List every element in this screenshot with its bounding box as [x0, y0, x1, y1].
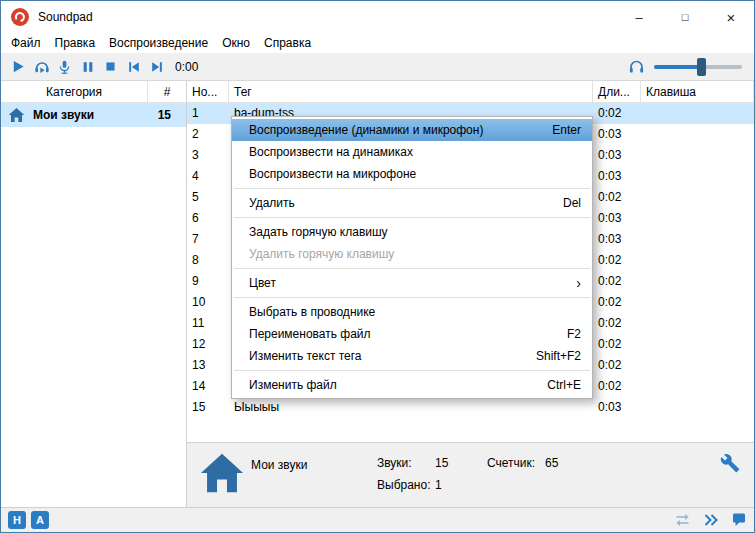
- sounds-value: 15: [435, 456, 487, 470]
- context-menu-item[interactable]: Воспроизведение (динамики и микрофон)Ent…: [232, 119, 592, 141]
- repeat-arrows-icon[interactable]: [674, 512, 691, 529]
- menu-item-label: Воспроизвести на динамиках: [249, 145, 413, 159]
- slider-thumb[interactable]: [697, 58, 706, 76]
- menubar-item[interactable]: Файл: [4, 33, 48, 53]
- selected-value: 1: [435, 478, 487, 492]
- context-menu-item[interactable]: Выбрать в проводнике: [232, 301, 592, 323]
- slider-fill: [654, 65, 700, 69]
- menu-item-shortcut: F2: [537, 327, 581, 341]
- hotkeys-badge[interactable]: H: [8, 511, 26, 529]
- cell-duration: 0:03: [593, 166, 641, 187]
- context-menu-item[interactable]: Воспроизвести на динамиках: [232, 141, 592, 163]
- cell-num: 2: [187, 124, 229, 145]
- cell-num: 6: [187, 208, 229, 229]
- skip-to-start-button[interactable]: [122, 55, 145, 79]
- stop-button[interactable]: [99, 55, 122, 79]
- context-menu-item[interactable]: Изменить файлCtrl+E: [232, 374, 592, 396]
- pause-button[interactable]: [76, 55, 99, 79]
- menu-item-shortcut: Ctrl+E: [517, 378, 581, 392]
- cell-key: [641, 397, 754, 418]
- cell-num: 4: [187, 166, 229, 187]
- sidebar-item-count: 15: [158, 108, 179, 122]
- cell-key: [641, 145, 754, 166]
- column-header-key[interactable]: Клавиша: [641, 81, 754, 102]
- column-header-number[interactable]: Но...: [187, 81, 229, 102]
- cell-key: [641, 103, 754, 124]
- cell-num: 15: [187, 397, 229, 418]
- toolbar: 0:00: [1, 53, 754, 81]
- menu-separator: [234, 268, 590, 269]
- play-button[interactable]: [7, 55, 30, 79]
- context-menu-item[interactable]: Переименовать файлF2: [232, 323, 592, 345]
- menu-item-label: Воспроизвести на микрофоне: [249, 167, 416, 181]
- play-on-speakers-button[interactable]: [30, 55, 53, 79]
- context-menu-item[interactable]: УдалитьDel: [232, 192, 592, 214]
- menu-item-label: Изменить текст тега: [249, 349, 362, 363]
- cell-duration: 0:02: [593, 250, 641, 271]
- cell-key: [641, 208, 754, 229]
- cell-num: 14: [187, 376, 229, 397]
- cell-key: [641, 250, 754, 271]
- soundpad-logo-icon: [10, 7, 30, 27]
- pause-icon: [81, 60, 95, 74]
- table-row[interactable]: 15Ыыыыы0:03: [187, 397, 754, 418]
- menubar-item[interactable]: Окно: [215, 33, 257, 53]
- play-on-speakers-icon: [34, 59, 50, 75]
- list-header: Но... Тег Дли... Клавиша: [187, 81, 754, 103]
- autokeys-badge[interactable]: A: [31, 511, 49, 529]
- menu-item-label: Воспроизведение (динамики и микрофон): [249, 123, 483, 137]
- minimize-button[interactable]: –: [616, 1, 662, 33]
- cell-duration: 0:03: [593, 397, 641, 418]
- context-menu-item: Удалить горячую клавишу: [232, 243, 592, 265]
- cell-num: 7: [187, 229, 229, 250]
- category-sidebar: Категория # Мои звуки 15: [1, 81, 187, 507]
- sidebar-item-my-sounds[interactable]: Мои звуки 15: [1, 103, 186, 127]
- maximize-button[interactable]: □: [662, 1, 708, 33]
- context-menu-item[interactable]: Цвет›: [232, 272, 592, 294]
- skip-to-end-button[interactable]: [145, 55, 168, 79]
- menu-separator: [234, 217, 590, 218]
- status-bar: H A: [1, 507, 754, 532]
- cell-key: [641, 292, 754, 313]
- cell-duration: 0:02: [593, 313, 641, 334]
- menu-item-label: Изменить файл: [249, 378, 337, 392]
- cell-key: [641, 271, 754, 292]
- context-menu-item[interactable]: Задать горячую клавишу: [232, 221, 592, 243]
- menubar-item[interactable]: Справка: [257, 33, 318, 53]
- cell-num: 5: [187, 187, 229, 208]
- cell-num: 13: [187, 355, 229, 376]
- wrench-icon[interactable]: [720, 453, 740, 473]
- sounds-label: Звуки:: [377, 456, 435, 470]
- menu-separator: [234, 188, 590, 189]
- info-panel: Мои звуки Звуки: 15 Счетчик: 65 Выбрано:…: [187, 442, 754, 507]
- cell-duration: 0:03: [593, 124, 641, 145]
- counter-label: Счетчик:: [487, 456, 545, 470]
- title-bar: Soundpad – □ ×: [1, 1, 754, 33]
- cell-duration: 0:03: [593, 145, 641, 166]
- context-menu-item[interactable]: Воспроизвести на микрофоне: [232, 163, 592, 185]
- cell-key: [641, 376, 754, 397]
- menubar-item[interactable]: Воспроизведение: [102, 33, 215, 53]
- cell-num: 9: [187, 271, 229, 292]
- play-on-microphone-button[interactable]: [53, 55, 76, 79]
- cell-key: [641, 124, 754, 145]
- cell-duration: 0:03: [593, 229, 641, 250]
- speech-bubble-icon[interactable]: [730, 512, 747, 529]
- menu-item-label: Выбрать в проводнике: [249, 305, 375, 319]
- volume-slider[interactable]: [654, 58, 742, 76]
- skip-to-start-icon: [127, 60, 141, 74]
- menu-item-label: Цвет: [249, 276, 276, 290]
- elapsed-time: 0:00: [175, 60, 198, 74]
- column-header-duration[interactable]: Дли...: [593, 81, 641, 102]
- menu-bar: ФайлПравкаВоспроизведениеОкноСправка: [1, 33, 754, 53]
- context-menu: Воспроизведение (динамики и микрофон)Ent…: [231, 116, 593, 399]
- cell-duration: 0:02: [593, 292, 641, 313]
- double-chevron-icon[interactable]: [702, 512, 719, 529]
- cell-key: [641, 229, 754, 250]
- column-header-tag[interactable]: Тег: [229, 81, 593, 102]
- soundpad-window: Soundpad – □ × ФайлПравкаВоспроизведение…: [0, 0, 755, 533]
- menubar-item[interactable]: Правка: [48, 33, 103, 53]
- context-menu-item[interactable]: Изменить текст тегаShift+F2: [232, 345, 592, 367]
- close-button[interactable]: ×: [708, 1, 754, 33]
- cell-num: 3: [187, 145, 229, 166]
